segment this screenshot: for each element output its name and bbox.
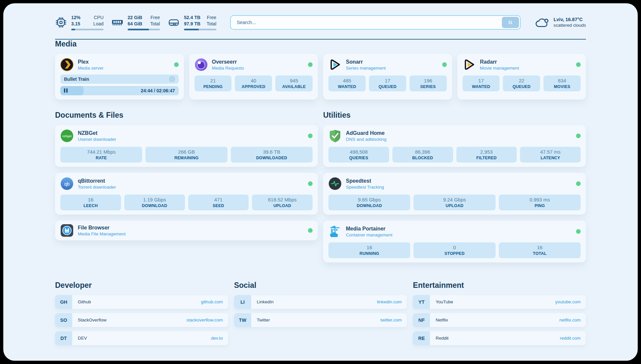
ram-progress-fill <box>128 29 149 30</box>
adguard-icon <box>328 129 342 142</box>
bookmark-abbr: NF <box>413 313 430 327</box>
media-card-grid: Plex Media server Bullet Train 24:44 / 0… <box>55 54 586 100</box>
bookmark-name: Github <box>78 299 91 304</box>
cpu-icon <box>55 16 67 28</box>
stat-label: LATENCY <box>521 156 579 160</box>
stat-value: 618.52 Mbps <box>253 197 311 202</box>
service-card-filebrowser[interactable]: File Browser Media File Management <box>55 221 318 240</box>
search-input[interactable] <box>230 15 521 30</box>
service-card-nzbget[interactable]: nzbget NZBGet Usenet downloader 744.21 M… <box>55 125 318 167</box>
service-card-plex[interactable]: Plex Media server Bullet Train 24:44 / 0… <box>55 54 184 100</box>
pause-icon <box>64 88 68 93</box>
bookmark-abbr: DT <box>55 331 72 345</box>
stat-value: 16 <box>500 245 579 250</box>
service-subtitle: Container management <box>346 232 392 237</box>
stat-pill: 17QUEUED <box>369 76 406 91</box>
bookmark-url: github.com <box>201 299 223 304</box>
service-subtitle: Media server <box>78 66 104 71</box>
stat-label: STOPPED <box>415 251 494 256</box>
stat-pill: 17WANTED <box>463 76 500 91</box>
stat-label: SEED <box>190 203 248 208</box>
status-dot <box>308 181 313 186</box>
service-title: Speedtest <box>346 178 384 184</box>
bookmark-url: dev.to <box>211 336 223 341</box>
plex-icon <box>60 58 74 71</box>
bookmark-name: StackOverflow <box>78 318 107 322</box>
bookmark-link-linkedin[interactable]: LI LinkedIn linkedin.com <box>234 295 407 309</box>
bookmark-abbr: SO <box>55 313 72 327</box>
stat-pill: 9.65 GbpsDOWNLOAD <box>328 195 410 210</box>
service-title: Media Portainer <box>346 226 392 232</box>
service-card-qbittorrent[interactable]: qb qBittorrent Torrent downloader 16LEEC… <box>55 173 318 215</box>
bookmark-link-twitter[interactable]: TW Twitter twitter.com <box>234 313 407 327</box>
stat-pill: 1.19 GbpsDOWNLOAD <box>124 195 185 210</box>
service-card-radarr[interactable]: Radarr Movie management 17WANTED 22QUEUE… <box>457 54 586 100</box>
cpu-load-label: Load <box>93 21 104 27</box>
section-title-entertainment: Entertainment <box>413 281 586 290</box>
disk-icon <box>168 16 180 28</box>
service-subtitle: Media Requests <box>212 66 244 71</box>
section-title-media: Media <box>55 40 586 48</box>
bookmark-url: youtube.com <box>555 299 581 304</box>
sonarr-icon <box>328 58 342 71</box>
bookmark-url: reddit.com <box>560 336 581 341</box>
stat-value: 266 GB <box>147 149 226 155</box>
service-subtitle: Torrent downloader <box>78 185 116 190</box>
stat-label: RATE <box>62 156 141 160</box>
qbittorrent-icon: qb <box>60 177 74 190</box>
speedtest-icon <box>328 177 342 190</box>
service-card-portainer[interactable]: Media Portainer Container management 16R… <box>323 221 586 262</box>
stat-value: 196 <box>411 78 445 83</box>
service-subtitle: Usenet downloader <box>78 137 116 142</box>
radarr-icon <box>463 58 476 71</box>
service-title: Radarr <box>480 59 519 65</box>
status-dot <box>576 62 581 67</box>
cloud-icon <box>534 16 550 28</box>
stat-label: DOWNLOADED <box>232 156 311 160</box>
disk-free-value: 52.4 TB <box>184 15 200 21</box>
dashboard-page: 12% 3.15 CPU Load <box>3 3 638 361</box>
bookmark-name: DEV <box>78 336 87 341</box>
ram-icon <box>111 16 123 28</box>
service-subtitle: Series management <box>346 66 386 71</box>
service-title: AdGuard Home <box>346 130 386 136</box>
bookmark-link-stackoverflow[interactable]: SO StackOverflow stackoverflow.com <box>55 313 228 327</box>
service-card-adguard[interactable]: AdGuard Home DNS and adblocking 498,508Q… <box>323 125 586 167</box>
bookmark-link-youtube[interactable]: YT YouTube youtube.com <box>413 295 586 309</box>
stat-label: RUNNING <box>330 251 409 256</box>
service-title: qBittorrent <box>78 178 116 184</box>
stat-label: FILTERED <box>458 156 516 160</box>
disk-total-label: Total <box>206 21 216 27</box>
service-card-speedtest[interactable]: Speedtest Speedtest Tracking 9.65 GbpsDO… <box>323 173 586 215</box>
system-metrics: 12% 3.15 CPU Load <box>55 15 216 30</box>
search-button[interactable]: G <box>502 17 519 28</box>
bookmark-link-netflix[interactable]: NF Netflix netflix.com <box>413 313 586 327</box>
stat-pill: 2,953FILTERED <box>456 147 517 163</box>
stat-value: 9.65 Gbps <box>330 197 409 202</box>
stat-value: 16 <box>330 245 409 250</box>
service-card-sonarr[interactable]: Sonarr Series management 485WANTED 17QUE… <box>323 54 452 100</box>
section-title-documents: Documents & Files <box>55 111 318 120</box>
stat-label: WANTED <box>330 84 364 89</box>
stat-pill: 744.21 MbpsRATE <box>60 147 142 163</box>
bookmark-link-dev[interactable]: DT DEV dev.to <box>55 331 228 345</box>
stat-value: 16 <box>62 197 120 202</box>
bookmark-url: twitter.com <box>381 318 402 322</box>
stat-value: 2,953 <box>458 149 516 155</box>
service-subtitle: Speedtest Tracking <box>346 185 384 190</box>
status-dot <box>576 134 581 138</box>
stat-pill: 16RUNNING <box>328 242 410 258</box>
bookmark-link-github[interactable]: GH Github github.com <box>55 295 228 309</box>
svg-text:nzbget: nzbget <box>62 134 72 137</box>
cpu-label: CPU <box>93 15 104 21</box>
bookmark-link-reddit[interactable]: RE Reddit reddit.com <box>413 331 586 345</box>
stat-value: 1.19 Gbps <box>126 197 184 202</box>
memory-metric: 22 GiB 64 GiB Free Total <box>111 15 160 30</box>
stat-label: SERIES <box>411 84 445 89</box>
status-dot <box>576 229 581 234</box>
service-card-overseerr[interactable]: Overseerr Media Requests 21PENDING 40APP… <box>189 54 318 100</box>
stat-value: 485 <box>330 78 364 83</box>
stat-label: UPLOAD <box>253 203 311 208</box>
stat-label: TOTAL <box>500 251 579 256</box>
stat-pill: 21PENDING <box>195 76 232 91</box>
